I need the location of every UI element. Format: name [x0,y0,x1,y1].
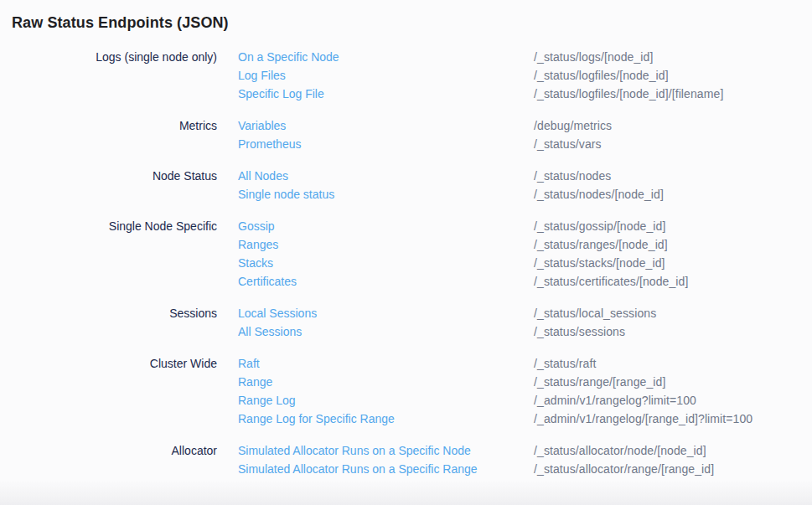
footer-fade [0,480,812,505]
endpoint-link[interactable]: Range Log [238,394,296,407]
endpoint-path: /_admin/v1/rangelog/[range_id]?limit=100 [534,410,800,428]
endpoint-row: Single node status /_status/nodes/[node_… [217,185,800,204]
endpoint-link[interactable]: Prometheus [238,137,301,151]
endpoint-row: Stacks /_status/stacks/[node_id] [217,254,800,272]
endpoint-path: /_status/logs/[node_id] [534,48,800,66]
endpoint-link-cell: All Sessions [217,322,534,341]
endpoint-path: /_admin/v1/rangelog?limit=100 [534,391,800,410]
endpoint-row: Raft /_status/raft [217,354,800,373]
endpoint-link[interactable]: Ranges [238,238,278,251]
endpoint-link-cell: Range Log for Specific Range [217,410,534,428]
endpoint-row: Log Files /_status/logfiles/[node_id] [217,66,800,85]
section-rows: Variables /debug/metrics Prometheus /_st… [217,116,800,153]
endpoint-row: Local Sessions /_status/local_sessions [217,304,800,322]
endpoint-link-cell: Specific Log File [217,85,534,103]
endpoint-link-cell: Single node status [217,185,534,204]
endpoint-section: Node Status All Nodes /_status/nodes Sin… [12,167,800,204]
endpoint-row: Simulated Allocator Runs on a Specific R… [217,460,800,478]
endpoint-row: Variables /debug/metrics [217,116,800,135]
endpoint-link-cell: Gossip [217,217,534,235]
endpoint-link[interactable]: Stacks [238,256,273,270]
endpoint-row: Gossip /_status/gossip/[node_id] [217,217,800,235]
endpoint-link-cell: Local Sessions [217,304,534,322]
endpoint-path: /_status/range/[range_id] [534,373,800,391]
endpoint-link-cell: Raft [217,354,534,373]
endpoint-link-cell: Stacks [217,254,534,272]
section-label: Logs (single node only) [12,48,217,66]
endpoint-section: Allocator Simulated Allocator Runs on a … [12,441,800,478]
endpoint-path: /_status/raft [534,354,800,373]
endpoint-section: Sessions Local Sessions /_status/local_s… [12,304,800,341]
endpoint-link[interactable]: Raft [238,357,260,370]
endpoint-link-cell: Certificates [217,272,534,291]
endpoint-path: /_status/sessions [534,322,800,341]
endpoint-link[interactable]: Variables [238,119,286,132]
endpoint-path: /_status/gossip/[node_id] [534,217,800,235]
endpoint-link[interactable]: Single node status [238,188,334,201]
endpoint-link-cell: Simulated Allocator Runs on a Specific R… [217,460,534,478]
page-title: Raw Status Endpoints (JSON) [12,12,800,33]
endpoint-row: On a Specific Node /_status/logs/[node_i… [217,48,800,66]
endpoint-row: All Nodes /_status/nodes [217,167,800,185]
section-label: Allocator [12,441,217,460]
endpoint-sections: Logs (single node only) On a Specific No… [12,48,800,478]
endpoint-link-cell: Range Log [217,391,534,410]
endpoint-link[interactable]: Range Log for Specific Range [238,412,395,425]
section-rows: All Nodes /_status/nodes Single node sta… [217,167,800,204]
endpoint-link-cell: All Nodes [217,167,534,185]
endpoint-row: Certificates /_status/certificates/[node… [217,272,800,291]
endpoint-link-cell: Simulated Allocator Runs on a Specific N… [217,441,534,460]
section-label: Node Status [12,167,217,185]
section-rows: Local Sessions /_status/local_sessions A… [217,304,800,341]
section-label: Cluster Wide [12,354,217,373]
endpoint-link[interactable]: All Sessions [238,325,302,338]
endpoint-path: /_status/allocator/node/[node_id] [534,441,800,460]
section-rows: Gossip /_status/gossip/[node_id] Ranges … [217,217,800,291]
endpoint-link[interactable]: On a Specific Node [238,50,339,64]
endpoint-link[interactable]: All Nodes [238,169,288,183]
section-rows: Simulated Allocator Runs on a Specific N… [217,441,800,478]
endpoint-row: Simulated Allocator Runs on a Specific N… [217,441,800,460]
endpoint-path: /_status/nodes [534,167,800,185]
endpoint-row: Ranges /_status/ranges/[node_id] [217,235,800,254]
endpoint-link[interactable]: Local Sessions [238,307,317,320]
endpoint-link[interactable]: Specific Log File [238,87,324,100]
endpoint-link[interactable]: Simulated Allocator Runs on a Specific N… [238,444,471,457]
endpoint-path: /_status/stacks/[node_id] [534,254,800,272]
endpoint-path: /_status/logfiles/[node_id]/[filename] [534,85,800,103]
endpoint-row: Prometheus /_status/vars [217,135,800,153]
endpoint-link-cell: Variables [217,116,534,135]
endpoint-link-cell: Ranges [217,235,534,254]
endpoint-section: Logs (single node only) On a Specific No… [12,48,800,103]
endpoint-path: /_status/allocator/range/[range_id] [534,460,800,478]
endpoint-path: /_status/logfiles/[node_id] [534,66,800,85]
endpoint-link[interactable]: Log Files [238,69,286,82]
endpoint-path: /_status/ranges/[node_id] [534,235,800,254]
endpoint-section: Cluster Wide Raft /_status/raft Range /_… [12,354,800,428]
endpoint-link-cell: On a Specific Node [217,48,534,66]
endpoint-link[interactable]: Certificates [238,275,297,288]
endpoint-link-cell: Range [217,373,534,391]
endpoint-link-cell: Log Files [217,66,534,85]
endpoint-section: Single Node Specific Gossip /_status/gos… [12,217,800,291]
section-label: Metrics [12,116,217,135]
endpoint-section: Metrics Variables /debug/metrics Prometh… [12,116,800,153]
section-label: Sessions [12,304,217,322]
endpoint-row: Range Log for Specific Range /_admin/v1/… [217,410,800,428]
section-label: Single Node Specific [12,217,217,235]
endpoint-link[interactable]: Simulated Allocator Runs on a Specific R… [238,462,478,476]
endpoint-path: /debug/metrics [534,116,800,135]
endpoint-row: Specific Log File /_status/logfiles/[nod… [217,85,800,103]
endpoint-link-cell: Prometheus [217,135,534,153]
endpoint-row: Range Log /_admin/v1/rangelog?limit=100 [217,391,800,410]
endpoint-path: /_status/nodes/[node_id] [534,185,800,204]
endpoint-path: /_status/certificates/[node_id] [534,272,800,291]
section-rows: Raft /_status/raft Range /_status/range/… [217,354,800,428]
debug-endpoints-page: Raw Status Endpoints (JSON) Logs (single… [0,0,812,505]
endpoint-path: /_status/local_sessions [534,304,800,322]
endpoint-link[interactable]: Range [238,375,272,389]
endpoint-link[interactable]: Gossip [238,219,275,233]
section-rows: On a Specific Node /_status/logs/[node_i… [217,48,800,103]
endpoint-row: Range /_status/range/[range_id] [217,373,800,391]
endpoint-path: /_status/vars [534,135,800,153]
